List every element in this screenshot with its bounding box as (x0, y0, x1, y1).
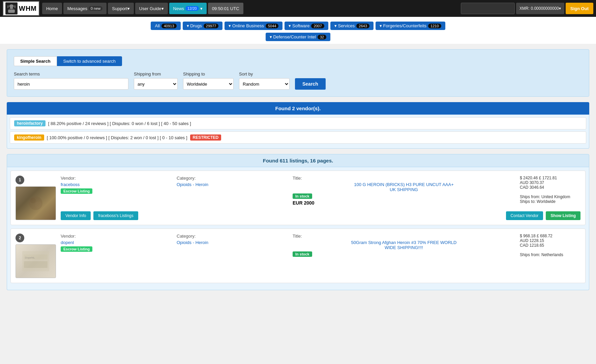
svg-rect-13 (24, 261, 48, 268)
svg-point-1 (9, 4, 14, 9)
listing-1-vendor-info-button[interactable]: Vendor Info (61, 211, 91, 220)
news-button[interactable]: News 12/20 ▾ (169, 3, 207, 14)
navbar: WHM Home Messages 0 new Support▾ User Gu… (0, 0, 596, 17)
listing-1-prices: $ 2420.46 £ 1721.81 AUD 3070.37 CAD 3046… (520, 176, 580, 208)
listing-2-main-row: Vendor: dopenl Escrow Listing Category: … (61, 234, 580, 278)
nav-search-input[interactable] (461, 3, 515, 14)
listing-2-stock-badge: In stock (293, 251, 312, 257)
listing-card: 2 DopeNL Vendor: dopenl (10, 229, 586, 283)
search-fields: Search terms Shipping from any USA UK EU… (14, 71, 582, 90)
shipping-to-select[interactable]: Worldwide USA UK EU (183, 78, 234, 90)
shipping-from-select[interactable]: any USA UK EU Worldwide (134, 78, 178, 90)
category-online-business[interactable]: ▾ Online Business 5044 (225, 22, 282, 30)
logo-avatar (5, 2, 18, 14)
main-content: Simple Search Switch to advanced search … (0, 44, 596, 296)
search-tabs: Simple Search Switch to advanced search (14, 56, 582, 66)
shipping-to-label: Shipping to (183, 71, 234, 77)
listing-image-1[interactable] (16, 186, 56, 220)
listing-2-title-link[interactable]: 50Gram Strong Afghan Heroin #3 70% FREE … (293, 240, 515, 250)
listing-2-prices: $ 968.18 £ 688.72 AUD 1228.15 CAD 1218.6… (520, 234, 580, 278)
listing-1-stock-badge: In stock (293, 193, 312, 199)
news-badge: 12/20 (185, 6, 199, 11)
category-row-2: ▾ Defense/Counter Intel 32 (266, 33, 330, 41)
xmr-button[interactable]: XMR: 0.00000000000▾ (516, 3, 564, 14)
messages-button[interactable]: Messages 0 new (63, 3, 107, 14)
svg-point-9 (35, 202, 42, 208)
listing-1-price: EUR 2000 (293, 200, 515, 206)
svg-text:DopeNL: DopeNL (25, 256, 35, 259)
restricted-badge: RESTRICTED (190, 134, 221, 141)
listing-image-2[interactable]: DopeNL (16, 244, 56, 278)
search-terms-input[interactable] (14, 78, 128, 90)
category-bar: All 40913 ▾ Drugs 29977 ▾ Online Busines… (0, 17, 596, 44)
listing-1-main-row: Vendor: fraceboss Escrow Listing Categor… (61, 176, 580, 208)
listing-1-title-link[interactable]: 100 G HEROIN (BRICKS) H3 PURE UNCUT AAA+… (293, 182, 515, 192)
listing-1-vendor-col: Vendor: fraceboss Escrow Listing (61, 176, 172, 208)
listing-1-vendor-link[interactable]: fraceboss (61, 182, 172, 187)
listing-1-escrow-badge: Escrow Listing (61, 188, 92, 194)
time-display: 09:50:01 UTC (208, 3, 243, 14)
listing-2-num-img: 2 DopeNL (16, 234, 56, 278)
listing-number-2: 2 (16, 234, 24, 242)
listing-2-vendor-link[interactable]: dopenl (61, 240, 172, 245)
listing-1-show-listing-button[interactable]: Show Listing (546, 211, 580, 220)
listing-1-num-img: 1 (16, 176, 56, 220)
listing-2-category-link[interactable]: Opioids - Heroin (177, 240, 288, 245)
simple-search-tab[interactable]: Simple Search (14, 56, 57, 66)
category-drugs[interactable]: ▾ Drugs 29977 (183, 22, 223, 30)
home-button[interactable]: Home (42, 3, 62, 14)
sort-by-group: Sort by Random Price: Low to High Price:… (239, 71, 290, 90)
logo-text: WHM (19, 5, 37, 12)
listing-1-contact-button[interactable]: Contact Vendor (506, 211, 543, 220)
search-section: Simple Search Switch to advanced search … (7, 49, 589, 97)
vendor-name-kingofheroin[interactable]: kingofheroin (14, 134, 44, 141)
listings-header: Found 611 listings, 16 pages. (7, 154, 589, 167)
userguide-button[interactable]: User Guide▾ (135, 3, 168, 14)
sort-by-select[interactable]: Random Price: Low to High Price: High to… (239, 78, 290, 90)
svg-rect-5 (8, 7, 10, 8)
listing-2-inner: Vendor: dopenl Escrow Listing Category: … (61, 234, 580, 278)
category-services[interactable]: ▾ Services 2643 (330, 22, 374, 30)
sort-by-label: Sort by (239, 71, 290, 77)
shipping-from-label: Shipping from (134, 71, 178, 77)
listing-2-escrow-badge: Escrow Listing (61, 246, 92, 252)
signout-button[interactable]: Sign Out (566, 3, 593, 14)
category-defense[interactable]: ▾ Defense/Counter Intel 32 (266, 33, 330, 41)
vendor-heroinfactory-stats: [ 88.20% positive / 24 reviews ] [ Dispu… (48, 121, 191, 126)
svg-rect-2 (8, 9, 15, 13)
advanced-search-tab[interactable]: Switch to advanced search (57, 56, 122, 66)
listings-section: Found 611 listings, 16 pages. 1 (7, 154, 589, 290)
support-button[interactable]: Support▾ (108, 3, 134, 14)
vendor-row: heroinfactory [ 88.20% positive / 24 rev… (10, 117, 586, 129)
vendor-results: Found 2 vendor(s). heroinfactory [ 88.20… (7, 102, 589, 149)
vendor-kingofheroin-stats: [ 100.00% positive / 0 reviews ] [ Dispu… (47, 135, 187, 140)
listing-2-title-col: Title: 50Gram Strong Afghan Heroin #3 70… (293, 234, 515, 278)
listing-1-actions: Vendor Info fraceboss's Listings Contact… (61, 211, 580, 220)
listing-1-category-col: Category: Opioids - Heroin (177, 176, 288, 208)
vendor-results-header: Found 2 vendor(s). (7, 102, 589, 115)
listing-1-inner: Vendor: fraceboss Escrow Listing Categor… (61, 176, 580, 220)
shipping-from-group: Shipping from any USA UK EU Worldwide (134, 71, 178, 90)
messages-badge: 0 new (89, 6, 102, 11)
listing-number-1: 1 (16, 176, 24, 184)
listings-body: 1 Vendor: fraceboss Esc (7, 167, 589, 290)
listing-2-category-col: Category: Opioids - Heroin (177, 234, 288, 278)
category-all[interactable]: All 40913 (151, 22, 180, 30)
listing-1-title-col: Title: 100 G HEROIN (BRICKS) H3 PURE UNC… (293, 176, 515, 208)
svg-rect-6 (13, 7, 14, 8)
logo[interactable]: WHM (3, 1, 39, 16)
search-terms-group: Search terms (14, 71, 128, 90)
vendor-name-heroinfactory[interactable]: heroinfactory (14, 120, 46, 126)
vendors-list: heroinfactory [ 88.20% positive / 24 rev… (7, 115, 589, 149)
shipping-to-group: Shipping to Worldwide USA UK EU (183, 71, 234, 90)
search-button[interactable]: Search (295, 78, 326, 90)
vendor-row: kingofheroin [ 100.00% positive / 0 revi… (10, 131, 586, 144)
search-terms-label: Search terms (14, 71, 128, 77)
category-row-1: All 40913 ▾ Drugs 29977 ▾ Online Busines… (151, 22, 445, 30)
category-software[interactable]: ▾ Software 2007 (285, 22, 328, 30)
svg-point-8 (30, 198, 36, 203)
listing-card: 1 Vendor: fraceboss Esc (10, 171, 586, 225)
category-forgeries[interactable]: ▾ Forgeries/Counterfeits 1210 (376, 22, 445, 30)
listing-1-category-link[interactable]: Opioids - Heroin (177, 182, 288, 187)
listing-1-listings-button[interactable]: fraceboss's Listings (93, 211, 138, 220)
